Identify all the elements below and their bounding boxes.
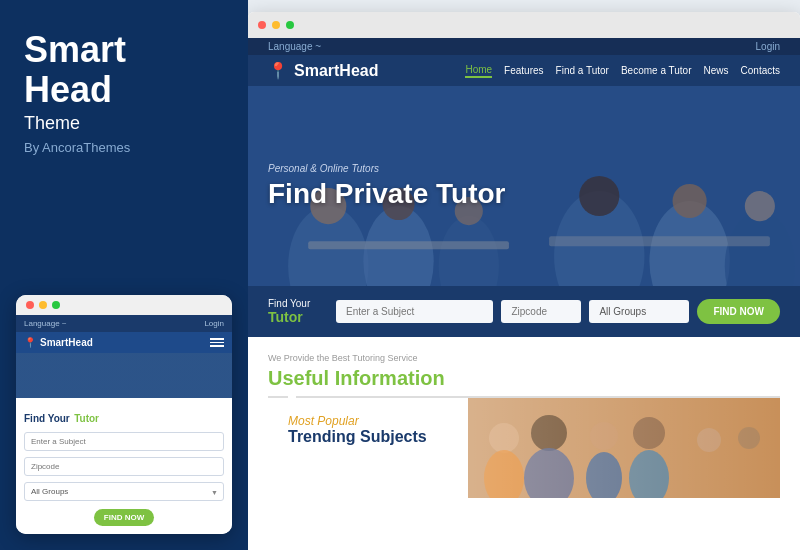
desktop-mockup: Language ~ Login 📍 SmartHead Home Featur… (248, 12, 800, 550)
info-section: We Provide the Best Tutoring Service Use… (248, 337, 800, 550)
mockup-language: Language ~ (24, 319, 67, 328)
brand-by: By AncoraThemes (24, 140, 224, 155)
mockup-find-now-button[interactable]: FIND NOW (94, 509, 154, 526)
mockup-login: Login (204, 319, 224, 328)
trending-image (468, 398, 780, 498)
site-top-bar: Language ~ Login (248, 38, 800, 55)
nav-item-find-tutor[interactable]: Find a Tutor (556, 65, 609, 76)
info-tagline: We Provide the Best Tutoring Service (268, 353, 780, 363)
svg-point-16 (531, 415, 567, 451)
desktop-dot-red (258, 21, 266, 29)
nav-item-home[interactable]: Home (465, 64, 492, 78)
search-find-now-button[interactable]: FIND NOW (697, 299, 780, 324)
right-panel: Language ~ Login 📍 SmartHead Home Featur… (248, 0, 800, 550)
svg-rect-15 (468, 398, 780, 498)
mockup-titlebar (16, 295, 232, 315)
dot-yellow (39, 301, 47, 309)
mockup-hero (16, 353, 232, 398)
brand-title: Smart Head (24, 30, 224, 109)
search-bar: Find Your Tutor All Groups FIND NOW (248, 286, 800, 337)
brand-line2: Head (24, 69, 112, 110)
mockup-content: Find Your Tutor All Groups ▼ FIND NOW (16, 398, 232, 534)
site-logo-pin-icon: 📍 (268, 61, 288, 80)
hero-section: Personal & Online Tutors Find Private Tu… (248, 86, 800, 286)
dot-red (26, 301, 34, 309)
nav-item-features[interactable]: Features (504, 65, 543, 76)
mockup-groups-select[interactable]: All Groups (24, 482, 224, 501)
search-tutor-label: Tutor (268, 309, 328, 325)
hero-tagline: Personal & Online Tutors (268, 163, 780, 174)
nav-item-become-tutor[interactable]: Become a Tutor (621, 65, 692, 76)
site-header: 📍 SmartHead Home Features Find a Tutor B… (248, 55, 800, 86)
mockup-logo: 📍 SmartHead (24, 337, 93, 348)
trending-title: Trending Subjects (288, 428, 448, 446)
svg-point-24 (697, 428, 721, 452)
search-zipcode-input[interactable] (501, 300, 581, 323)
trending-section: Most Popular Trending Subjects (268, 398, 780, 498)
info-heading: Useful Information (268, 367, 780, 390)
site-language[interactable]: Language ~ (268, 41, 321, 52)
svg-point-18 (489, 423, 519, 453)
dot-green (52, 301, 60, 309)
svg-point-23 (629, 450, 669, 498)
site-logo: 📍 SmartHead (268, 61, 378, 80)
mockup-zipcode-input[interactable] (24, 457, 224, 476)
info-heading-part1: Useful (268, 367, 329, 389)
svg-point-22 (633, 417, 665, 449)
search-find-label: Find Your (268, 298, 328, 309)
desktop-dot-green (286, 21, 294, 29)
mockup-subject-input[interactable] (24, 432, 224, 451)
mockup-nav: 📍 SmartHead (16, 332, 232, 353)
mobile-mockup: Language ~ Login 📍 SmartHead Find Your T… (16, 295, 232, 534)
mockup-logo-text: SmartHead (40, 337, 93, 348)
brand-subtitle: Theme (24, 113, 224, 134)
site-nav: Home Features Find a Tutor Become a Tuto… (465, 64, 780, 78)
svg-point-21 (586, 452, 622, 498)
mockup-logo-pin-icon: 📍 (24, 337, 36, 348)
site-login[interactable]: Login (756, 41, 780, 52)
desktop-titlebar (248, 12, 800, 38)
site-logo-text: SmartHead (294, 62, 378, 80)
svg-point-25 (738, 427, 760, 449)
left-panel: Smart Head Theme By AncoraThemes Languag… (0, 0, 248, 550)
svg-point-20 (590, 422, 618, 450)
mockup-groups-wrap: All Groups ▼ (24, 482, 224, 501)
nav-item-contacts[interactable]: Contacts (741, 65, 780, 76)
trending-svg (468, 398, 780, 498)
trending-text: Most Popular Trending Subjects (268, 398, 468, 498)
svg-point-17 (524, 448, 574, 498)
nav-item-news[interactable]: News (704, 65, 729, 76)
hamburger-icon[interactable] (210, 338, 224, 347)
brand-line1: Smart (24, 29, 126, 70)
search-subject-input[interactable] (336, 300, 493, 323)
hero-title: Find Private Tutor (268, 178, 780, 210)
info-heading-part2: Information (335, 367, 445, 389)
chevron-down-icon: ▼ (211, 488, 218, 495)
mockup-header-bar: Language ~ Login (16, 315, 232, 332)
desktop-dot-yellow (272, 21, 280, 29)
hero-text: Personal & Online Tutors Find Private Tu… (268, 163, 780, 210)
search-label: Find Your Tutor (268, 298, 328, 325)
search-groups-select[interactable]: All Groups (589, 300, 689, 323)
svg-point-19 (484, 450, 524, 498)
mockup-find-label: Find Your Tutor (24, 408, 224, 426)
trending-most-popular: Most Popular (288, 414, 448, 428)
